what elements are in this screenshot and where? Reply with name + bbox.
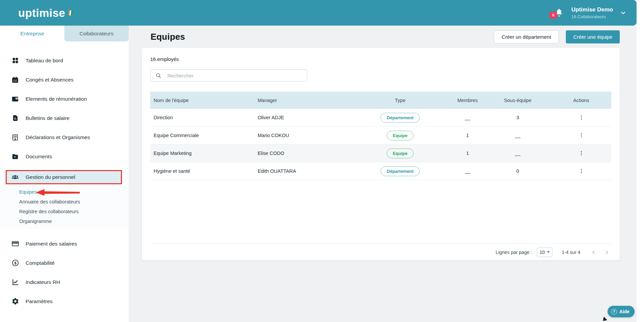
- sidebar-item-tableau-de-bord[interactable]: Tableau de bord: [0, 51, 129, 70]
- tab-entreprise[interactable]: Entreprise: [0, 26, 64, 41]
- caret-down-icon: [547, 251, 550, 253]
- sidebar-tabs: Entreprise Collaborateurs: [0, 26, 129, 41]
- table-body: DirectionOliver ADJEDépartement__3Equipe…: [150, 109, 611, 180]
- sidebar-item-label: Bulletins de salaire: [26, 115, 69, 121]
- credit-card-icon: [11, 240, 19, 248]
- payslip-icon: [11, 114, 19, 122]
- sidebar-item-label: Paiement des salaires: [26, 241, 77, 247]
- type-badge-departement: Département: [381, 166, 419, 176]
- type-cell: Département: [350, 113, 451, 123]
- rows-per-page-select[interactable]: 10: [537, 248, 552, 257]
- submenu-item-organigramme[interactable]: Organigramme: [0, 216, 129, 226]
- topbar-right-group: 0 Uptimise Demo 16 Collaborateurs: [554, 6, 626, 19]
- tab-collaborateurs[interactable]: Collaborateurs: [64, 26, 129, 41]
- team-name-cell: Equipe Marketing: [150, 151, 251, 156]
- people-icon: [11, 173, 19, 181]
- scrollbar-gutter[interactable]: [637, 0, 644, 322]
- rows-per-page-label: Lignes par page :: [496, 250, 532, 255]
- table-row-hygiene-et-sante[interactable]: Hygiène et santéEdith OUATTARADépartemen…: [150, 162, 611, 180]
- table-pagination: Lignes par page : 10 1-4 sur 4: [150, 244, 611, 260]
- main-content: Equipes Créer un département Créer une é…: [129, 26, 637, 322]
- kebab-menu-icon[interactable]: [576, 148, 586, 158]
- submenu-item-equipes[interactable]: Equipes: [0, 187, 129, 197]
- create-department-button[interactable]: Créer un département: [494, 30, 559, 43]
- sidebar-item-paiement-des-salaires[interactable]: Paiement des salaires: [0, 234, 129, 253]
- sidebar-item-elements-de-remuneration[interactable]: Elements de rémunération: [0, 89, 129, 108]
- type-badge-departement: Département: [381, 113, 419, 123]
- wallet-icon: [11, 95, 19, 103]
- employee-count: 16 employés: [150, 56, 611, 62]
- sidebar: Entreprise Collaborateurs Tableau de bor…: [0, 26, 129, 322]
- sidebar-submenu: EquipesAnnuaire des collaborateursRegist…: [0, 184, 129, 229]
- actions-cell: [551, 130, 611, 140]
- column-header-manager: Manager: [251, 98, 350, 103]
- sidebar-item-label: Gestion du personnel: [26, 174, 75, 180]
- chart-icon: [11, 278, 19, 286]
- team-name-cell: Equipe Commerciale: [150, 133, 251, 138]
- sidebar-item-documents[interactable]: Documents: [0, 147, 129, 166]
- type-cell: Equipe: [350, 131, 451, 140]
- next-page-button[interactable]: [603, 248, 611, 257]
- column-header-actions: Actions: [551, 98, 611, 103]
- ivory-coast-flag-icon: [68, 10, 73, 15]
- chevron-down-icon[interactable]: [620, 9, 626, 16]
- sidebar-item-declarations-et-organismes[interactable]: Déclarations et Organismes: [0, 128, 129, 147]
- members-cell: 1: [451, 151, 484, 156]
- notifications-button[interactable]: 0: [554, 7, 565, 18]
- kebab-menu-icon[interactable]: [576, 166, 586, 176]
- sidebar-item-comptabilite[interactable]: $Comptabilité: [0, 253, 129, 272]
- sidebar-item-gestion-du-personnel[interactable]: Gestion du personnel: [6, 170, 122, 184]
- top-bar: uptimise 0 Uptimise Demo 16 Collaborateu…: [0, 0, 637, 26]
- table-row-equipe-marketing[interactable]: Equipe MarketingElise CODOEquipe1__: [150, 144, 611, 162]
- type-cell: Equipe: [350, 149, 451, 158]
- pagination-range-label: 1-4 sur 4: [562, 250, 580, 255]
- help-label: Aide: [619, 309, 630, 314]
- account-menu[interactable]: Uptimise Demo 16 Collaborateurs: [571, 6, 613, 19]
- sidebar-item-label: Indicateurs RH: [26, 279, 60, 285]
- submenu-item-registre-des-collaborateurs[interactable]: Registre des collaborateurs: [0, 206, 129, 216]
- sidebar-item-label: Paramètres: [26, 298, 53, 304]
- manager-cell: Edith OUATTARA: [251, 168, 350, 174]
- folder-icon: [11, 153, 19, 161]
- members-cell: __: [451, 168, 484, 174]
- sidebar-item-parametres[interactable]: Paramètres: [0, 292, 129, 311]
- kebab-menu-icon[interactable]: [576, 112, 586, 123]
- sidebar-item-indicateurs-rh[interactable]: Indicateurs RH: [0, 272, 129, 292]
- chevron-right-icon: [604, 249, 610, 255]
- sidebar-item-label: Congés et Absences: [26, 77, 73, 83]
- manager-cell: Oliver ADJE: [251, 115, 350, 120]
- sidebar-item-conges-et-absences[interactable]: Congés et Absences: [0, 70, 129, 89]
- team-name-cell: Hygiène et santé: [150, 168, 251, 174]
- table-row-equipe-commerciale[interactable]: Equipe CommercialeMario COKOUEquipe1__: [150, 127, 611, 144]
- actions-cell: [551, 148, 611, 158]
- type-cell: Département: [350, 166, 451, 176]
- actions-cell: [551, 112, 611, 123]
- sidebar-item-label: Elements de rémunération: [26, 96, 87, 102]
- search-icon: [155, 72, 162, 79]
- uptimise-logo[interactable]: uptimise: [18, 7, 72, 19]
- gear-icon: [11, 297, 19, 305]
- sidebar-item-label: Comptabilité: [26, 260, 55, 266]
- table-row-direction[interactable]: DirectionOliver ADJEDépartement__3: [150, 109, 611, 127]
- page-title: Equipes: [142, 32, 185, 42]
- search-box: [150, 69, 307, 82]
- sidebar-nav-top: Tableau de bordCongés et AbsencesElement…: [0, 51, 129, 166]
- logo-text: uptimise: [18, 7, 65, 19]
- dollar-circle-icon: $: [11, 259, 19, 267]
- previous-page-button[interactable]: [589, 248, 598, 257]
- notification-count-badge: 0: [549, 12, 557, 19]
- sidebar-item-bulletins-de-salaire[interactable]: Bulletins de salaire: [0, 108, 129, 128]
- members-cell: __: [451, 115, 484, 120]
- column-header-membres: Membres: [451, 98, 484, 103]
- subteams-cell: 3: [484, 115, 551, 120]
- search-input[interactable]: [167, 72, 295, 79]
- dashboard-icon: [11, 57, 19, 65]
- members-cell: 1: [451, 133, 484, 138]
- column-header-nom-de-l-equipe: Nom de l'équipe: [150, 98, 251, 103]
- teams-card: 16 employés Nom de l'équipeManagerTypeMe…: [142, 48, 620, 260]
- kebab-menu-icon[interactable]: [576, 130, 586, 140]
- help-button[interactable]: ? Aide: [608, 306, 635, 317]
- question-mark-icon: ?: [611, 309, 617, 315]
- submenu-item-annuaire-des-collaborateurs[interactable]: Annuaire des collaborateurs: [0, 197, 129, 206]
- create-team-button[interactable]: Créer une équipe: [566, 30, 620, 43]
